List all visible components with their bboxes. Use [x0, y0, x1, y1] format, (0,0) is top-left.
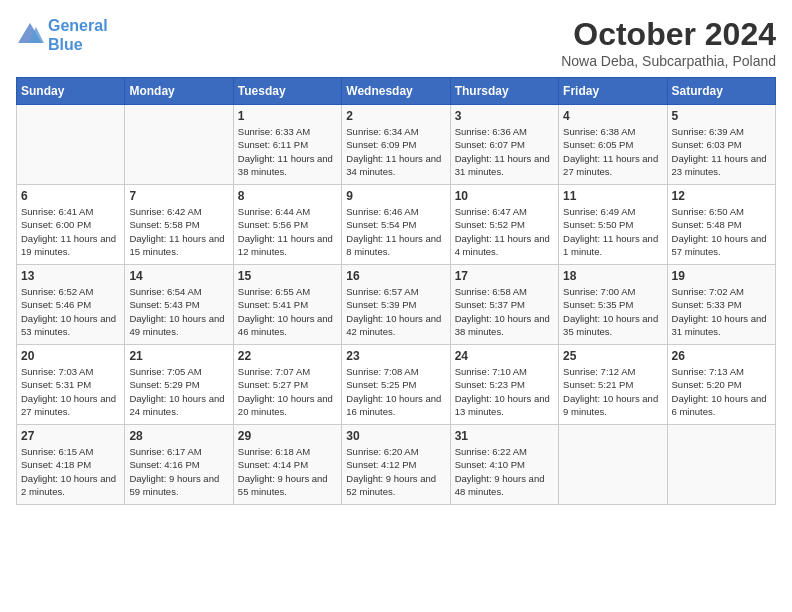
day-number: 17 — [455, 269, 554, 283]
day-info: Sunrise: 7:00 AM Sunset: 5:35 PM Dayligh… — [563, 285, 662, 338]
day-info: Sunrise: 7:05 AM Sunset: 5:29 PM Dayligh… — [129, 365, 228, 418]
day-info: Sunrise: 6:33 AM Sunset: 6:11 PM Dayligh… — [238, 125, 337, 178]
day-number: 27 — [21, 429, 120, 443]
day-number: 29 — [238, 429, 337, 443]
day-number: 7 — [129, 189, 228, 203]
day-number: 9 — [346, 189, 445, 203]
calendar-cell: 29Sunrise: 6:18 AM Sunset: 4:14 PM Dayli… — [233, 425, 341, 505]
day-number: 19 — [672, 269, 771, 283]
calendar-cell: 15Sunrise: 6:55 AM Sunset: 5:41 PM Dayli… — [233, 265, 341, 345]
calendar-cell: 25Sunrise: 7:12 AM Sunset: 5:21 PM Dayli… — [559, 345, 667, 425]
calendar-cell — [17, 105, 125, 185]
day-info: Sunrise: 6:52 AM Sunset: 5:46 PM Dayligh… — [21, 285, 120, 338]
day-info: Sunrise: 7:03 AM Sunset: 5:31 PM Dayligh… — [21, 365, 120, 418]
day-info: Sunrise: 6:50 AM Sunset: 5:48 PM Dayligh… — [672, 205, 771, 258]
calendar-cell: 10Sunrise: 6:47 AM Sunset: 5:52 PM Dayli… — [450, 185, 558, 265]
day-number: 12 — [672, 189, 771, 203]
calendar-cell: 3Sunrise: 6:36 AM Sunset: 6:07 PM Daylig… — [450, 105, 558, 185]
day-info: Sunrise: 6:22 AM Sunset: 4:10 PM Dayligh… — [455, 445, 554, 498]
calendar-cell: 23Sunrise: 7:08 AM Sunset: 5:25 PM Dayli… — [342, 345, 450, 425]
logo-icon — [16, 21, 44, 49]
calendar-cell: 11Sunrise: 6:49 AM Sunset: 5:50 PM Dayli… — [559, 185, 667, 265]
month-title: October 2024 — [561, 16, 776, 53]
day-info: Sunrise: 7:13 AM Sunset: 5:20 PM Dayligh… — [672, 365, 771, 418]
day-number: 14 — [129, 269, 228, 283]
day-number: 21 — [129, 349, 228, 363]
calendar-cell — [559, 425, 667, 505]
calendar-cell: 9Sunrise: 6:46 AM Sunset: 5:54 PM Daylig… — [342, 185, 450, 265]
day-info: Sunrise: 6:54 AM Sunset: 5:43 PM Dayligh… — [129, 285, 228, 338]
calendar-cell: 4Sunrise: 6:38 AM Sunset: 6:05 PM Daylig… — [559, 105, 667, 185]
day-info: Sunrise: 6:34 AM Sunset: 6:09 PM Dayligh… — [346, 125, 445, 178]
day-info: Sunrise: 6:38 AM Sunset: 6:05 PM Dayligh… — [563, 125, 662, 178]
calendar-cell: 19Sunrise: 7:02 AM Sunset: 5:33 PM Dayli… — [667, 265, 775, 345]
day-number: 11 — [563, 189, 662, 203]
day-info: Sunrise: 6:44 AM Sunset: 5:56 PM Dayligh… — [238, 205, 337, 258]
calendar-cell: 20Sunrise: 7:03 AM Sunset: 5:31 PM Dayli… — [17, 345, 125, 425]
day-info: Sunrise: 7:08 AM Sunset: 5:25 PM Dayligh… — [346, 365, 445, 418]
calendar-cell: 13Sunrise: 6:52 AM Sunset: 5:46 PM Dayli… — [17, 265, 125, 345]
calendar-cell: 14Sunrise: 6:54 AM Sunset: 5:43 PM Dayli… — [125, 265, 233, 345]
day-number: 25 — [563, 349, 662, 363]
calendar-cell: 21Sunrise: 7:05 AM Sunset: 5:29 PM Dayli… — [125, 345, 233, 425]
day-info: Sunrise: 6:17 AM Sunset: 4:16 PM Dayligh… — [129, 445, 228, 498]
calendar-week-2: 6Sunrise: 6:41 AM Sunset: 6:00 PM Daylig… — [17, 185, 776, 265]
logo: General Blue — [16, 16, 108, 54]
calendar-cell: 27Sunrise: 6:15 AM Sunset: 4:18 PM Dayli… — [17, 425, 125, 505]
day-info: Sunrise: 7:02 AM Sunset: 5:33 PM Dayligh… — [672, 285, 771, 338]
day-number: 20 — [21, 349, 120, 363]
col-header-thursday: Thursday — [450, 78, 558, 105]
calendar-cell — [125, 105, 233, 185]
day-number: 10 — [455, 189, 554, 203]
calendar-cell: 18Sunrise: 7:00 AM Sunset: 5:35 PM Dayli… — [559, 265, 667, 345]
calendar-cell: 1Sunrise: 6:33 AM Sunset: 6:11 PM Daylig… — [233, 105, 341, 185]
day-number: 26 — [672, 349, 771, 363]
day-number: 1 — [238, 109, 337, 123]
col-header-wednesday: Wednesday — [342, 78, 450, 105]
day-info: Sunrise: 7:10 AM Sunset: 5:23 PM Dayligh… — [455, 365, 554, 418]
calendar-cell: 16Sunrise: 6:57 AM Sunset: 5:39 PM Dayli… — [342, 265, 450, 345]
day-info: Sunrise: 6:36 AM Sunset: 6:07 PM Dayligh… — [455, 125, 554, 178]
calendar-week-5: 27Sunrise: 6:15 AM Sunset: 4:18 PM Dayli… — [17, 425, 776, 505]
calendar-cell: 24Sunrise: 7:10 AM Sunset: 5:23 PM Dayli… — [450, 345, 558, 425]
calendar-week-3: 13Sunrise: 6:52 AM Sunset: 5:46 PM Dayli… — [17, 265, 776, 345]
day-info: Sunrise: 7:07 AM Sunset: 5:27 PM Dayligh… — [238, 365, 337, 418]
calendar-cell: 30Sunrise: 6:20 AM Sunset: 4:12 PM Dayli… — [342, 425, 450, 505]
day-number: 28 — [129, 429, 228, 443]
day-info: Sunrise: 6:55 AM Sunset: 5:41 PM Dayligh… — [238, 285, 337, 338]
calendar-week-1: 1Sunrise: 6:33 AM Sunset: 6:11 PM Daylig… — [17, 105, 776, 185]
calendar-cell — [667, 425, 775, 505]
day-number: 18 — [563, 269, 662, 283]
calendar-cell: 31Sunrise: 6:22 AM Sunset: 4:10 PM Dayli… — [450, 425, 558, 505]
calendar-cell: 2Sunrise: 6:34 AM Sunset: 6:09 PM Daylig… — [342, 105, 450, 185]
day-info: Sunrise: 6:41 AM Sunset: 6:00 PM Dayligh… — [21, 205, 120, 258]
day-number: 5 — [672, 109, 771, 123]
day-info: Sunrise: 6:42 AM Sunset: 5:58 PM Dayligh… — [129, 205, 228, 258]
title-block: October 2024 Nowa Deba, Subcarpathia, Po… — [561, 16, 776, 69]
day-info: Sunrise: 6:57 AM Sunset: 5:39 PM Dayligh… — [346, 285, 445, 338]
calendar-cell: 12Sunrise: 6:50 AM Sunset: 5:48 PM Dayli… — [667, 185, 775, 265]
calendar-header-row: SundayMondayTuesdayWednesdayThursdayFrid… — [17, 78, 776, 105]
page-header: General Blue October 2024 Nowa Deba, Sub… — [16, 16, 776, 69]
day-info: Sunrise: 6:15 AM Sunset: 4:18 PM Dayligh… — [21, 445, 120, 498]
day-number: 23 — [346, 349, 445, 363]
day-info: Sunrise: 6:58 AM Sunset: 5:37 PM Dayligh… — [455, 285, 554, 338]
day-number: 16 — [346, 269, 445, 283]
logo-general: General — [48, 17, 108, 34]
col-header-monday: Monday — [125, 78, 233, 105]
day-info: Sunrise: 6:39 AM Sunset: 6:03 PM Dayligh… — [672, 125, 771, 178]
calendar-cell: 8Sunrise: 6:44 AM Sunset: 5:56 PM Daylig… — [233, 185, 341, 265]
day-info: Sunrise: 6:20 AM Sunset: 4:12 PM Dayligh… — [346, 445, 445, 498]
logo-blue: Blue — [48, 36, 83, 53]
col-header-sunday: Sunday — [17, 78, 125, 105]
day-number: 15 — [238, 269, 337, 283]
day-number: 22 — [238, 349, 337, 363]
day-number: 2 — [346, 109, 445, 123]
day-info: Sunrise: 6:18 AM Sunset: 4:14 PM Dayligh… — [238, 445, 337, 498]
calendar-cell: 17Sunrise: 6:58 AM Sunset: 5:37 PM Dayli… — [450, 265, 558, 345]
calendar-week-4: 20Sunrise: 7:03 AM Sunset: 5:31 PM Dayli… — [17, 345, 776, 425]
day-number: 30 — [346, 429, 445, 443]
col-header-saturday: Saturday — [667, 78, 775, 105]
day-info: Sunrise: 7:12 AM Sunset: 5:21 PM Dayligh… — [563, 365, 662, 418]
calendar-cell: 7Sunrise: 6:42 AM Sunset: 5:58 PM Daylig… — [125, 185, 233, 265]
